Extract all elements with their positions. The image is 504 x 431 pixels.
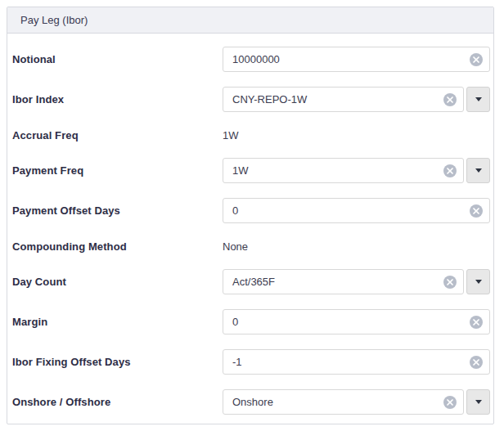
clear-icon[interactable] xyxy=(470,316,483,329)
clear-icon[interactable] xyxy=(470,53,483,66)
input-wrap xyxy=(223,47,490,72)
field-row-payment-freq: Payment Freq xyxy=(12,158,490,183)
panel-title: Pay Leg (Ibor) xyxy=(20,14,88,26)
input-wrap xyxy=(223,198,490,223)
input-wrap xyxy=(223,269,464,294)
clear-x-glyph xyxy=(447,399,453,406)
clear-x-glyph xyxy=(473,208,479,214)
field-control xyxy=(223,389,490,415)
field-input-payment-offset-days[interactable] xyxy=(223,198,490,223)
clear-icon[interactable] xyxy=(443,276,457,289)
static-value: 1W xyxy=(223,129,239,141)
field-label: Accrual Freq xyxy=(12,129,223,141)
field-row-accrual-freq: Accrual Freq 1W xyxy=(12,127,490,143)
field-label: Day Count xyxy=(12,276,223,288)
field-row-compounding-method: Compounding Method None xyxy=(12,238,490,254)
clear-icon[interactable] xyxy=(443,164,457,177)
clear-icon[interactable] xyxy=(443,93,457,106)
field-row-notional: Notional xyxy=(12,47,490,72)
field-control xyxy=(223,47,490,72)
field-label: Payment Offset Days xyxy=(12,204,223,217)
field-label: Payment Freq xyxy=(12,164,223,177)
form-body: Notional Ibor Index xyxy=(7,34,493,424)
input-wrap xyxy=(223,87,464,112)
static-value: None xyxy=(223,240,248,253)
field-control xyxy=(223,309,490,334)
field-label: Ibor Index xyxy=(12,93,223,106)
field-row-ibor-index: Ibor Index xyxy=(12,87,490,112)
field-control xyxy=(223,87,490,112)
dropdown-button[interactable] xyxy=(466,158,490,183)
chevron-down-icon xyxy=(475,400,482,404)
dropdown-button[interactable] xyxy=(466,389,490,415)
clear-x-glyph xyxy=(447,97,453,103)
clear-x-glyph xyxy=(473,56,479,63)
field-control xyxy=(223,269,490,294)
field-control: None xyxy=(223,240,490,253)
field-input-day-count[interactable] xyxy=(223,269,464,294)
field-input-ibor-index[interactable] xyxy=(223,87,464,112)
field-label: Ibor Fixing Offset Days xyxy=(12,356,223,368)
pay-leg-panel: Pay Leg (Ibor) Notional Ibor Index xyxy=(7,7,494,424)
field-label: Margin xyxy=(12,316,223,328)
dropdown-button[interactable] xyxy=(466,269,490,294)
chevron-down-icon xyxy=(475,168,482,173)
clear-x-glyph xyxy=(447,279,453,285)
input-wrap xyxy=(223,389,464,415)
field-input-ibor-fixing-offset-days[interactable] xyxy=(223,349,490,375)
input-wrap xyxy=(223,349,490,375)
clear-icon[interactable] xyxy=(470,204,483,218)
clear-x-glyph xyxy=(473,319,479,325)
field-label: Compounding Method xyxy=(12,240,223,253)
field-row-onshore-offshore: Onshore / Offshore xyxy=(12,389,490,415)
field-row-payment-offset-days: Payment Offset Days xyxy=(12,198,490,223)
field-input-payment-freq[interactable] xyxy=(223,158,464,183)
field-control xyxy=(223,198,490,223)
field-label: Notional xyxy=(12,53,223,65)
dropdown-button[interactable] xyxy=(466,87,490,112)
field-control xyxy=(223,349,490,375)
clear-x-glyph xyxy=(473,359,479,366)
field-row-day-count: Day Count xyxy=(12,269,490,294)
field-row-margin: Margin xyxy=(12,309,490,334)
chevron-down-icon xyxy=(475,97,482,101)
field-row-ibor-fixing-offset-days: Ibor Fixing Offset Days xyxy=(12,349,490,375)
field-input-margin[interactable] xyxy=(223,309,490,334)
clear-icon[interactable] xyxy=(470,356,483,369)
clear-icon[interactable] xyxy=(443,396,457,409)
clear-x-glyph xyxy=(447,168,453,174)
panel-header: Pay Leg (Ibor) xyxy=(7,7,493,34)
chevron-down-icon xyxy=(475,280,482,284)
field-input-onshore-offshore[interactable] xyxy=(223,389,464,415)
field-input-notional[interactable] xyxy=(223,47,490,72)
field-control xyxy=(223,158,490,183)
input-wrap xyxy=(223,158,464,183)
field-label: Onshore / Offshore xyxy=(12,396,223,408)
field-control: 1W xyxy=(223,129,490,141)
input-wrap xyxy=(223,309,490,334)
